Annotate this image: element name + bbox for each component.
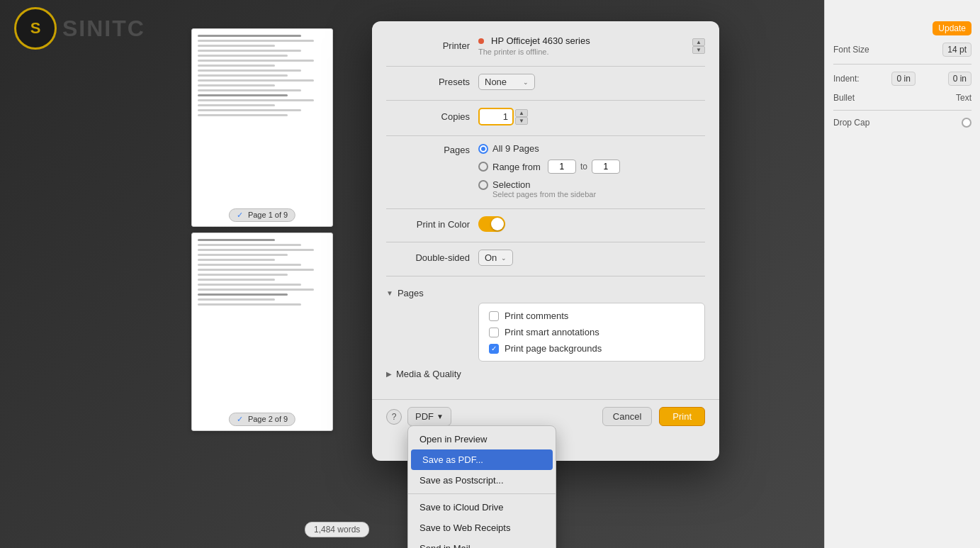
preview-line bbox=[198, 94, 288, 96]
all-pages-radio[interactable] bbox=[478, 144, 488, 154]
stepper-down-icon[interactable]: ▼ bbox=[692, 46, 705, 54]
menu-item-save-web-receipts[interactable]: Save to Web Receipts bbox=[408, 518, 556, 538]
update-button[interactable]: Update bbox=[933, 21, 971, 35]
print-smart-label: Print smart annotations bbox=[505, 327, 599, 337]
drop-cap-toggle[interactable] bbox=[962, 118, 971, 128]
preview-line bbox=[198, 79, 314, 82]
preview-line bbox=[198, 254, 288, 256]
drop-cap-control: Drop Cap bbox=[833, 118, 971, 128]
double-sided-content: On ⌄ bbox=[478, 250, 705, 266]
print-smart-row: Print smart annotations bbox=[489, 327, 694, 337]
footer-left: ? PDF ▼ bbox=[386, 407, 451, 426]
presets-row: Presets None ⌄ bbox=[386, 74, 705, 90]
logo-area: S SINITC bbox=[14, 7, 145, 50]
collapse-arrow-icon: ▼ bbox=[386, 289, 393, 297]
cancel-button[interactable]: Cancel bbox=[602, 407, 652, 426]
double-sided-row: Double-sided On ⌄ bbox=[386, 250, 705, 266]
printer-content: HP Officejet 4630 series The printer is … bbox=[478, 35, 705, 56]
range-from-label: Range from bbox=[492, 162, 541, 172]
chevron-down-icon: ⌄ bbox=[523, 79, 529, 86]
bullet-label: Bullet bbox=[833, 93, 855, 103]
page-1-label: ✓ Page 1 of 9 bbox=[229, 208, 295, 222]
footer-right: Cancel Print bbox=[602, 407, 705, 426]
selection-option[interactable]: Selection Select pages from the sidebar bbox=[478, 179, 620, 198]
pages-radio-group: All 9 Pages Range from to bbox=[478, 143, 620, 198]
font-size-value[interactable]: 14 pt bbox=[942, 43, 971, 57]
pages-sub-panel: Print comments Print smart annotations P… bbox=[478, 303, 705, 362]
font-size-control: Font Size 14 pt bbox=[833, 43, 971, 57]
menu-item-send-mail[interactable]: Send in Mail bbox=[408, 538, 556, 548]
font-size-label: Font Size bbox=[833, 45, 869, 55]
range-inputs: to bbox=[548, 160, 620, 174]
copies-up-icon[interactable]: ▲ bbox=[515, 109, 528, 117]
print-dialog: Printer HP Officejet 4630 series The pri… bbox=[372, 21, 719, 461]
range-from-input[interactable] bbox=[548, 160, 576, 174]
range-to-input[interactable] bbox=[592, 160, 620, 174]
copies-input[interactable] bbox=[478, 108, 514, 125]
separator5 bbox=[386, 242, 705, 242]
preview-line bbox=[198, 239, 275, 241]
preview-line bbox=[198, 109, 301, 111]
range-to-label: to bbox=[580, 162, 587, 172]
preview-line bbox=[198, 284, 301, 286]
pages-section-header[interactable]: ▼ Pages bbox=[386, 284, 705, 303]
double-sided-label: Double-sided bbox=[386, 252, 478, 263]
copies-down-icon[interactable]: ▼ bbox=[515, 117, 528, 125]
bullet-text-control: Bullet Text bbox=[833, 93, 971, 103]
preview-line bbox=[198, 104, 275, 106]
menu-item-save-pdf[interactable]: Save as PDF... bbox=[411, 449, 553, 470]
media-quality-header[interactable]: ▶ Media & Quality bbox=[386, 369, 705, 379]
printer-name: HP Officejet 4630 series bbox=[491, 35, 590, 46]
presets-label: Presets bbox=[386, 77, 478, 87]
preview-line bbox=[198, 60, 314, 62]
double-sided-select[interactable]: On ⌄ bbox=[478, 250, 513, 266]
printer-label: Printer bbox=[386, 40, 478, 51]
selection-label: Selection bbox=[492, 179, 530, 190]
print-comments-checkbox[interactable] bbox=[489, 311, 499, 321]
printer-row: Printer HP Officejet 4630 series The pri… bbox=[386, 35, 705, 56]
all-pages-option[interactable]: All 9 Pages bbox=[478, 143, 620, 154]
logo-icon: S bbox=[14, 7, 57, 50]
print-backgrounds-checkbox[interactable] bbox=[489, 344, 499, 354]
pages-label: Pages bbox=[386, 143, 478, 155]
update-label: Update bbox=[938, 23, 966, 33]
selection-radio[interactable] bbox=[478, 180, 488, 190]
selection-sub: Select pages from the sidebar bbox=[492, 190, 620, 198]
separator4 bbox=[386, 208, 705, 209]
print-color-toggle[interactable] bbox=[478, 216, 505, 232]
help-button[interactable]: ? bbox=[386, 409, 402, 425]
menu-separator bbox=[408, 493, 556, 494]
media-quality-label: Media & Quality bbox=[396, 369, 461, 379]
print-color-row: Print in Color bbox=[386, 216, 705, 232]
pdf-chevron-icon: ▼ bbox=[437, 413, 444, 420]
media-collapse-icon: ▶ bbox=[386, 370, 392, 378]
print-backgrounds-label: Print page backgrounds bbox=[505, 343, 602, 354]
preview-line bbox=[198, 65, 275, 67]
print-color-label: Print in Color bbox=[386, 219, 478, 230]
menu-item-save-postscript[interactable]: Save as Postscript... bbox=[408, 470, 556, 491]
logo-text: SINITC bbox=[62, 16, 145, 42]
menu-item-save-icloud[interactable]: Save to iCloud Drive bbox=[408, 497, 556, 518]
preview-line bbox=[198, 264, 301, 266]
range-option[interactable]: Range from to bbox=[478, 160, 620, 174]
indent-value[interactable]: 0 in bbox=[891, 72, 915, 86]
pdf-button[interactable]: PDF ▼ bbox=[407, 407, 451, 426]
print-color-content bbox=[478, 216, 705, 232]
print-button[interactable]: Print bbox=[659, 407, 705, 426]
presets-select[interactable]: None ⌄ bbox=[478, 74, 535, 90]
preview-line bbox=[198, 298, 275, 301]
copies-label: Copies bbox=[386, 111, 478, 122]
double-sided-value: On bbox=[485, 252, 497, 263]
stepper-up-icon[interactable]: ▲ bbox=[692, 38, 705, 46]
range-radio[interactable] bbox=[478, 162, 488, 172]
drop-cap-label: Drop Cap bbox=[833, 118, 869, 128]
printer-stepper[interactable]: ▲ ▼ bbox=[692, 38, 705, 54]
pages-content: All 9 Pages Range from to bbox=[478, 143, 705, 198]
print-smart-checkbox[interactable] bbox=[489, 328, 499, 337]
menu-item-open-preview[interactable]: Open in Preview bbox=[408, 429, 556, 449]
printer-status: The printer is offline. bbox=[478, 47, 590, 56]
text-value[interactable]: 0 in bbox=[948, 72, 971, 86]
preview-line bbox=[198, 45, 275, 47]
preview-line bbox=[198, 274, 288, 276]
all-pages-label: All 9 Pages bbox=[492, 143, 539, 154]
